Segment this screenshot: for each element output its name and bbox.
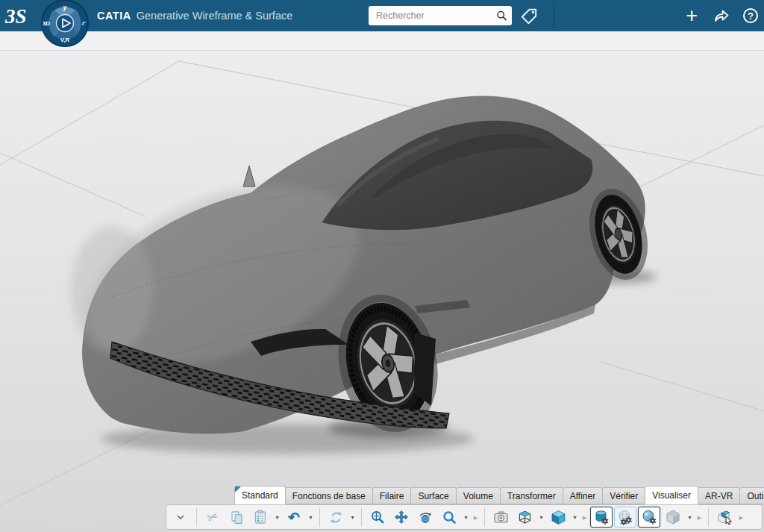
view-mode-dropdown[interactable] (537, 507, 545, 528)
collapse-toolbar-button[interactable] (169, 507, 192, 528)
fit-all-magnifier-icon (370, 510, 385, 525)
app-subtitle: Generative Wireframe & Surface (137, 10, 293, 22)
undo-dropdown[interactable] (307, 507, 315, 528)
toolbar-divider (484, 508, 485, 527)
search-input[interactable] (376, 10, 496, 21)
box-cursor-icon (716, 508, 733, 526)
application-window: 3S CATIA Generative Wireframe & Surface … (0, 0, 764, 532)
more-display-commands[interactable] (580, 507, 589, 528)
tab-fonctions-de-base[interactable]: Fonctions de base (285, 487, 373, 504)
pan-arrows-icon (394, 510, 409, 525)
globe-gears-icon (617, 509, 633, 525)
toolbar-divider (319, 508, 320, 527)
update-arrows-icon (329, 510, 343, 525)
camera-icon (493, 510, 509, 525)
paste-dropdown[interactable] (273, 507, 281, 528)
tab-affiner[interactable]: Affiner (563, 487, 603, 504)
subheader-bar (0, 31, 764, 51)
ground-line (601, 362, 764, 411)
header-divider (554, 3, 554, 28)
rotate-icon (418, 510, 433, 525)
app-title: CATIA Generative Wireframe & Surface (97, 0, 292, 31)
compass-west-label: 3D (43, 20, 50, 27)
ground-line (0, 153, 145, 216)
toggle-mesh-display[interactable] (614, 507, 636, 528)
share-icon (712, 7, 731, 25)
tab-visualiser[interactable]: Visualiser (645, 486, 698, 504)
fit-all-in-button[interactable] (366, 507, 389, 528)
update-button[interactable] (325, 507, 347, 528)
sphere-gear-icon (641, 509, 657, 525)
svg-text:3S: 3S (4, 5, 27, 28)
tab-ar-vr[interactable]: AR-VR (698, 487, 740, 504)
toolbar-divider (196, 508, 197, 527)
cut-button[interactable]: ✂ (201, 507, 224, 528)
paste-icon (253, 510, 268, 525)
more-style-commands[interactable] (695, 507, 704, 528)
view-cube-icon (517, 510, 533, 525)
render-style-dropdown[interactable] (686, 507, 694, 528)
tab-filaire[interactable]: Filaire (372, 487, 412, 504)
shaded-view-dropdown[interactable] (571, 507, 579, 528)
3d-viewport[interactable] (0, 51, 764, 532)
copy-button[interactable] (225, 507, 248, 528)
tab-surface[interactable]: Surface (410, 487, 456, 504)
help-button[interactable]: ? (743, 8, 758, 23)
help-icon: ? (748, 10, 754, 22)
rotate-button[interactable] (414, 507, 436, 528)
search-icon[interactable] (496, 9, 507, 22)
toolbar-divider (361, 508, 362, 527)
zoom-magnifier-icon (442, 510, 457, 525)
paste-button[interactable] (249, 507, 272, 528)
update-dropdown[interactable] (348, 507, 357, 528)
header-bar: 3S CATIA Generative Wireframe & Surface … (0, 0, 764, 31)
tag-button[interactable] (518, 6, 540, 26)
share-button[interactable] (712, 7, 731, 25)
tab-volume[interactable]: Volume (456, 487, 501, 504)
3ds-logo[interactable]: 3S (4, 2, 37, 29)
tab-standard[interactable]: Standard (234, 486, 286, 504)
tab-transformer[interactable]: Transformer (500, 487, 563, 504)
compass-north-label: y (62, 4, 67, 11)
3dexperience-compass[interactable]: y 3D i′ V,R (37, 0, 93, 51)
shaded-cube-icon (551, 510, 566, 525)
ground-line (0, 61, 179, 165)
search-box[interactable] (369, 6, 512, 25)
view-mode-button[interactable] (513, 507, 536, 528)
tab-outils[interactable]: Outils (739, 487, 764, 504)
compass-play-button[interactable] (57, 15, 74, 32)
toggle-geometry-display[interactable] (590, 507, 613, 528)
zoom-button[interactable] (438, 507, 460, 528)
car-model[interactable] (63, 96, 657, 454)
compass-south-label: V,R (60, 37, 70, 43)
polyhedron-icon (665, 509, 681, 525)
app-name: CATIA (97, 10, 131, 22)
tag-icon (519, 7, 539, 26)
zoom-dropdown[interactable] (462, 507, 470, 528)
undo-button[interactable]: ↶ (283, 507, 305, 528)
toggle-symbol-display[interactable] (638, 507, 660, 528)
copy-icon (230, 510, 244, 525)
more-view-commands[interactable] (472, 507, 480, 528)
pan-button[interactable] (390, 507, 413, 528)
fender-highlight (71, 226, 153, 353)
main-toolbar: ✂ ↶ (166, 504, 763, 530)
scissors-icon: ✂ (205, 510, 219, 525)
render-style-button[interactable] (662, 507, 684, 528)
left-mirror-fin (243, 166, 255, 187)
toolbar-divider (708, 508, 709, 527)
shaded-view-button[interactable] (547, 507, 569, 528)
tab-verifier[interactable]: Vérifier (602, 487, 645, 504)
ribbon-tabs: StandardFonctions de baseFilaireSurfaceV… (235, 486, 764, 504)
cylinder-gear-icon (593, 509, 610, 525)
chevron-down-icon (176, 514, 185, 520)
add-content-button[interactable]: + (683, 6, 700, 26)
more-selection-commands[interactable] (737, 507, 745, 528)
screenshot-button[interactable] (489, 507, 512, 528)
undo-arrow-icon: ↶ (288, 510, 300, 525)
box-selection-button[interactable] (713, 507, 736, 528)
